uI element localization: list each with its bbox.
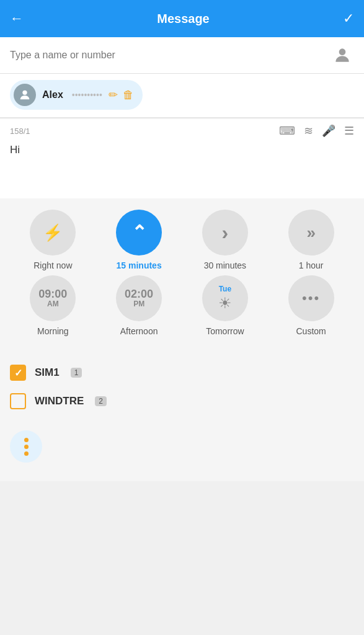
double-arrow-icon: » bbox=[306, 223, 315, 242]
sim1-label: SIM1 bbox=[35, 366, 60, 379]
schedule-custom[interactable]: ••• Custom bbox=[274, 275, 348, 336]
svg-point-0 bbox=[339, 48, 346, 55]
svg-point-1 bbox=[22, 91, 27, 95]
schedule-30-minutes[interactable]: › 30 minutes bbox=[188, 210, 262, 270]
fab-section bbox=[0, 418, 364, 481]
1-hour-label: 1 hour bbox=[299, 260, 324, 270]
windtre-checkbox[interactable] bbox=[10, 393, 26, 409]
tomorrow-circle: Tue ☀ bbox=[202, 275, 248, 321]
custom-label: Custom bbox=[296, 326, 326, 336]
keyboard-icon[interactable]: ⌨ bbox=[279, 124, 295, 138]
avatar bbox=[14, 84, 36, 106]
sun-icon: ☀ bbox=[218, 295, 232, 312]
back-button[interactable]: ← bbox=[10, 11, 24, 27]
recipient-input[interactable] bbox=[10, 50, 331, 61]
chip-actions: ✏ 🗑 bbox=[109, 88, 134, 102]
windtre-item: WINDTRE 2 bbox=[10, 387, 354, 415]
15-minutes-circle: ⌃ bbox=[116, 210, 162, 255]
sim1-item: ✓ SIM1 1 bbox=[10, 358, 354, 387]
delete-chip-button[interactable]: 🗑 bbox=[123, 89, 134, 102]
windtre-label: WINDTRE bbox=[35, 395, 84, 407]
fab-dot-1 bbox=[24, 438, 29, 442]
30-minutes-label: 30 minutes bbox=[204, 260, 246, 270]
afternoon-time: 02:00 bbox=[125, 288, 153, 300]
schedule-row-1: ⚡ Right now ⌃ 15 minutes › 30 minutes » … bbox=[10, 210, 354, 270]
dots-icon: ••• bbox=[302, 290, 320, 306]
schedule-row-2: 09:00 AM Morning 02:00 PM Afternoon Tue … bbox=[10, 275, 354, 336]
app-header: ← Message ✓ bbox=[0, 0, 364, 37]
sim1-checkbox[interactable]: ✓ bbox=[10, 365, 26, 381]
morning-ampm: AM bbox=[47, 300, 59, 308]
single-arrow-icon: › bbox=[222, 221, 229, 244]
afternoon-circle: 02:00 PM bbox=[116, 275, 162, 321]
morning-circle: 09:00 AM bbox=[30, 275, 76, 321]
recipient-chip-section: Alex •••••••••• ✏ 🗑 bbox=[0, 74, 364, 118]
lightning-icon: ⚡ bbox=[43, 223, 63, 242]
schedule-morning[interactable]: 09:00 AM Morning bbox=[16, 275, 90, 336]
chip-name: Alex bbox=[42, 89, 63, 100]
custom-circle: ••• bbox=[288, 275, 334, 321]
chevron-up-icon: ⌃ bbox=[131, 223, 147, 242]
message-text[interactable]: Hi bbox=[10, 141, 354, 191]
confirm-button[interactable]: ✓ bbox=[343, 11, 354, 27]
microphone-icon[interactable]: 🎤 bbox=[322, 124, 335, 138]
afternoon-ampm: PM bbox=[133, 300, 144, 308]
morning-time: 09:00 bbox=[38, 288, 67, 300]
page-title: Message bbox=[157, 12, 210, 26]
schedule-15-minutes[interactable]: ⌃ 15 minutes bbox=[102, 210, 176, 270]
contact-picker-button[interactable] bbox=[331, 43, 354, 67]
recipient-input-section bbox=[0, 37, 364, 74]
30-minutes-circle: › bbox=[202, 210, 248, 255]
character-counter: 158/1 bbox=[10, 127, 30, 136]
more-options-button[interactable] bbox=[10, 430, 42, 463]
checkmark-icon: ✓ bbox=[14, 367, 22, 379]
sim-section: ✓ SIM1 1 WINDTRE 2 bbox=[0, 351, 364, 418]
sim1-badge: 1 bbox=[71, 368, 82, 378]
right-now-circle: ⚡ bbox=[30, 210, 76, 255]
windtre-badge: 2 bbox=[95, 396, 107, 406]
recipient-chip: Alex •••••••••• ✏ 🗑 bbox=[10, 80, 143, 110]
waveform-icon[interactable]: ≋ bbox=[304, 124, 313, 138]
avatar-icon bbox=[18, 88, 32, 102]
schedule-afternoon[interactable]: 02:00 PM Afternoon bbox=[102, 275, 176, 336]
15-minutes-label: 15 minutes bbox=[117, 260, 162, 270]
compose-toolbar: ⌨ ≋ 🎤 ☰ bbox=[279, 124, 354, 138]
tomorrow-label: Tomorrow bbox=[206, 326, 244, 336]
afternoon-label: Afternoon bbox=[120, 326, 158, 336]
morning-label: Morning bbox=[37, 326, 69, 336]
schedule-tomorrow[interactable]: Tue ☀ Tomorrow bbox=[188, 275, 262, 336]
list-icon[interactable]: ☰ bbox=[344, 124, 354, 138]
schedule-right-now[interactable]: ⚡ Right now bbox=[16, 210, 90, 270]
contact-icon bbox=[332, 45, 352, 65]
compose-section: 158/1 ⌨ ≋ 🎤 ☰ Hi bbox=[0, 119, 364, 198]
fab-dot-2 bbox=[24, 445, 29, 449]
schedule-section: ⚡ Right now ⌃ 15 minutes › 30 minutes » … bbox=[0, 198, 364, 351]
schedule-1-hour[interactable]: » 1 hour bbox=[274, 210, 348, 270]
right-now-label: Right now bbox=[33, 260, 72, 270]
tomorrow-day: Tue bbox=[219, 285, 231, 293]
fab-dot-3 bbox=[24, 451, 29, 456]
edit-chip-button[interactable]: ✏ bbox=[109, 88, 118, 102]
1-hour-circle: » bbox=[288, 210, 334, 255]
chip-number: •••••••••• bbox=[72, 90, 102, 100]
